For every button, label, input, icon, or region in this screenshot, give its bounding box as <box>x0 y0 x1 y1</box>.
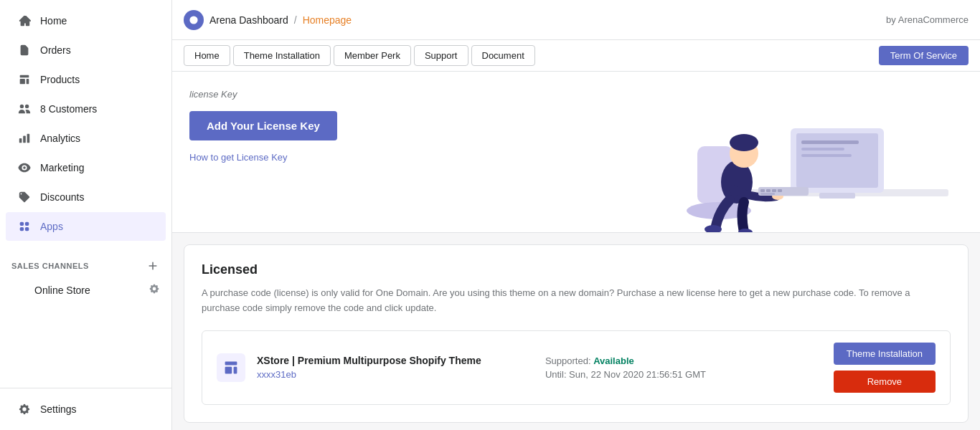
licensed-description: A purchase code (license) is only valid … <box>202 286 951 316</box>
hero-illustration <box>604 89 963 232</box>
svg-rect-3 <box>819 193 855 199</box>
license-actions: Theme Installation Remove <box>834 343 936 393</box>
hero-subtitle: license Key <box>189 89 604 100</box>
supported-label: Supported: Available <box>545 355 822 366</box>
sidebar-item-orders-label: Orders <box>40 44 71 56</box>
sidebar-item-discounts[interactable]: Discounts <box>6 183 166 211</box>
add-license-key-button[interactable]: Add Your License Key <box>189 111 337 140</box>
sidebar-item-home-label: Home <box>40 15 67 27</box>
settings-gear-icon <box>149 283 160 297</box>
theme-installation-button[interactable]: Theme Installation <box>834 343 936 365</box>
sidebar-item-analytics-label: Analytics <box>40 133 80 144</box>
discounts-icon <box>17 190 32 204</box>
tab-document[interactable]: Document <box>471 45 535 66</box>
sidebar-item-marketing-label: Marketing <box>40 162 84 173</box>
nav-tabs: Home Theme Installation Member Perk Supp… <box>172 40 980 72</box>
svg-rect-19 <box>760 189 765 192</box>
sidebar-item-products-label: Products <box>40 74 80 85</box>
apps-icon <box>17 219 32 234</box>
app-name: Arena Dashboard <box>209 14 288 26</box>
by-label: by ArenaCommerce <box>886 14 969 25</box>
sidebar-item-marketing[interactable]: Marketing <box>6 153 166 182</box>
sidebar-item-settings-label: Settings <box>40 403 77 415</box>
license-card: XStore | Premium Multipurpose Shopify Th… <box>202 330 951 405</box>
orders-icon <box>17 43 32 57</box>
breadcrumb: Arena Dashboard / Homepage <box>184 10 352 30</box>
home-icon <box>17 14 32 28</box>
svg-rect-20 <box>766 189 771 192</box>
sidebar-item-analytics[interactable]: Analytics <box>6 124 166 153</box>
svg-point-14 <box>730 134 758 151</box>
sidebar-item-home[interactable]: Home <box>6 6 166 35</box>
arena-logo-icon <box>184 10 204 30</box>
licensed-section: Licensed A purchase code (license) is on… <box>184 244 969 423</box>
svg-point-0 <box>189 16 197 24</box>
tab-home[interactable]: Home <box>184 45 230 66</box>
hero-left: license Key Add Your License Key How to … <box>189 89 604 163</box>
sidebar-item-customers-label: 8 Customers <box>40 103 97 115</box>
sidebar-item-settings[interactable]: Settings <box>6 395 166 424</box>
license-info: XStore | Premium Multipurpose Shopify Th… <box>257 355 534 380</box>
how-to-get-license-link[interactable]: How to get License Key <box>189 152 604 163</box>
hero-section: license Key Add Your License Key How to … <box>172 72 980 233</box>
customers-icon <box>17 102 32 116</box>
topbar: Arena Dashboard / Homepage by ArenaComme… <box>172 0 980 40</box>
sidebar-item-online-store[interactable]: Online Store <box>0 277 171 302</box>
tab-member-perk[interactable]: Member Perk <box>334 45 411 66</box>
license-until: Until: Sun, 22 Nov 2020 21:56:51 GMT <box>545 369 822 380</box>
svg-rect-6 <box>801 140 859 144</box>
add-sales-channel-button[interactable] <box>146 259 160 273</box>
sidebar-item-discounts-label: Discounts <box>40 191 84 203</box>
tab-support[interactable]: Support <box>414 45 468 66</box>
remove-button[interactable]: Remove <box>834 371 936 393</box>
sidebar-item-customers[interactable]: 8 Customers <box>6 95 166 123</box>
products-icon <box>17 72 32 87</box>
analytics-icon <box>17 131 32 145</box>
svg-rect-23 <box>760 193 775 195</box>
theme-name: XStore | Premium Multipurpose Shopify Th… <box>257 355 534 366</box>
sidebar-item-orders[interactable]: Orders <box>6 36 166 64</box>
term-of-service-button[interactable]: Term Of Service <box>879 46 969 65</box>
current-page: Homepage <box>303 14 352 26</box>
sidebar: Home Orders Products 8 Customers Analyti… <box>0 0 172 430</box>
tab-theme-installation[interactable]: Theme Installation <box>233 45 331 66</box>
sidebar-item-apps-label: Apps <box>40 221 63 232</box>
license-code[interactable]: xxxx31eb <box>257 369 534 380</box>
supported-status: Available <box>593 355 634 366</box>
marketing-icon <box>17 161 32 175</box>
content-area: license Key Add Your License Key How to … <box>172 72 980 430</box>
svg-rect-21 <box>772 189 776 192</box>
svg-rect-7 <box>801 148 844 150</box>
svg-rect-8 <box>801 154 852 157</box>
main-content: Arena Dashboard / Homepage by ArenaComme… <box>172 0 980 430</box>
breadcrumb-separator: / <box>294 14 297 26</box>
license-status: Supported: Available Until: Sun, 22 Nov … <box>545 355 822 380</box>
licensed-title: Licensed <box>202 262 951 277</box>
sidebar-item-apps[interactable]: Apps <box>6 212 166 241</box>
sales-channels-header: SALES CHANNELS <box>0 247 171 277</box>
license-theme-icon <box>217 353 245 382</box>
settings-icon <box>17 402 32 416</box>
svg-rect-22 <box>778 189 782 192</box>
sidebar-item-products[interactable]: Products <box>6 65 166 94</box>
